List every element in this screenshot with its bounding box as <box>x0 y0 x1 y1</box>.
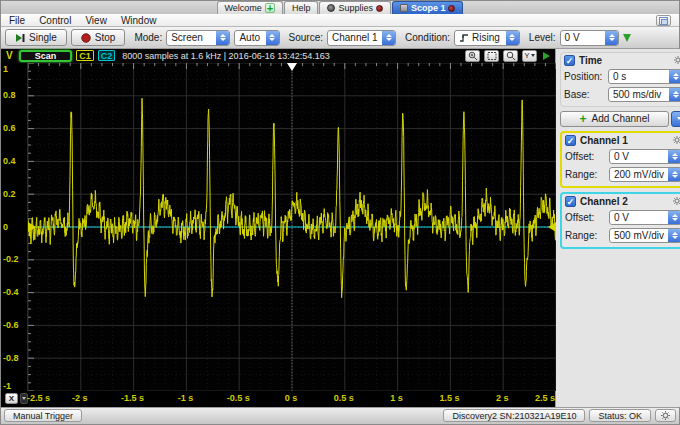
time-checkbox[interactable]: ✓ <box>564 55 575 66</box>
dropdown-arrows-icon <box>669 70 680 83</box>
channel1-offset-select[interactable]: 0 V <box>609 149 680 164</box>
add-channel-button[interactable]: + Add Channel <box>560 111 669 127</box>
zoom-in-icon[interactable] <box>465 50 480 62</box>
menu-view[interactable]: View <box>85 15 107 26</box>
time-settings-gear-icon[interactable] <box>673 55 680 65</box>
scope-display: V Scan C1 C2 8000 samples at 1.6 kHz | 2… <box>1 49 555 407</box>
dropdown-arrows-icon <box>506 31 519 45</box>
channel1-settings-gear-icon[interactable] <box>672 135 680 145</box>
close-tab-icon[interactable] <box>376 5 383 12</box>
status-badge: Status: OK <box>589 409 651 422</box>
dropdown-arrows-icon <box>669 88 680 101</box>
y-axis-labels: 10.80.60.40.20-0.2-0.4-0.6-0.8-1 <box>1 63 27 391</box>
single-label: Single <box>29 32 57 43</box>
add-channel-dropdown[interactable] <box>671 111 680 127</box>
channel1-badge[interactable]: C1 <box>76 50 94 61</box>
channel1-range-label: Range: <box>565 169 609 180</box>
waveforms-window: Welcome + Help Supplies Scope 1 File Con… <box>0 0 680 425</box>
mode-auto-select[interactable]: Auto <box>234 30 279 46</box>
oscilloscope-plot[interactable] <box>28 63 556 391</box>
vertical-axis-button[interactable]: V <box>4 50 15 61</box>
dropdown-arrows-icon <box>266 31 279 45</box>
time-group: ✓ Time Position: 0 s Base: 500 ms/div <box>560 52 680 107</box>
menu-file[interactable]: File <box>9 15 25 26</box>
dropdown-arrows-icon <box>605 31 618 45</box>
close-tab-icon[interactable] <box>448 5 455 12</box>
tab-supplies-label: Supplies <box>338 3 373 13</box>
level-label: Level: <box>529 32 556 43</box>
time-position-select[interactable]: 0 s <box>608 69 680 84</box>
channel1-offset-label: Offset: <box>565 151 609 162</box>
trigger-level-marker[interactable] <box>548 222 556 232</box>
scope-plot-header: V Scan C1 C2 8000 samples at 1.6 kHz | 2… <box>1 49 555 63</box>
fit-window-icon[interactable] <box>484 50 499 62</box>
dropdown-arrows-icon <box>216 31 229 45</box>
single-icon <box>15 33 25 43</box>
dropdown-arrows-icon <box>668 229 680 242</box>
tab-welcome-label: Welcome <box>225 3 262 13</box>
mode-label: Mode: <box>134 32 162 43</box>
time-group-label: Time <box>579 55 602 66</box>
trigger-time-marker[interactable] <box>287 63 297 71</box>
mode-select[interactable]: Screen <box>166 30 230 46</box>
add-channel-row: + Add Channel <box>560 111 680 127</box>
tab-scope1[interactable]: Scope 1 <box>392 1 464 14</box>
level-select[interactable]: 0 V <box>560 30 619 46</box>
tab-bar: Welcome + Help Supplies Scope 1 <box>1 1 679 14</box>
manual-trigger-button[interactable]: Manual Trigger <box>4 409 82 422</box>
add-tab-icon[interactable]: + <box>265 3 275 13</box>
zoom-selection-icon[interactable] <box>503 50 518 62</box>
channel2-offset-select[interactable]: 0 V <box>609 210 680 225</box>
base-label: Base: <box>564 89 608 100</box>
popout-window-icon[interactable] <box>656 15 671 26</box>
source-select[interactable]: Channel 1 <box>327 30 396 46</box>
scan-status-button[interactable]: Scan <box>19 50 73 62</box>
channel2-offset-label: Offset: <box>565 212 609 223</box>
channel2-checkbox[interactable]: ✓ <box>565 196 576 207</box>
acquisition-info: 8000 samples at 1.6 kHz | 2016-06-16 13:… <box>122 51 329 61</box>
condition-select[interactable]: Rising <box>454 30 520 46</box>
y-axis-dropdown[interactable]: Y <box>522 50 537 62</box>
channel2-badge[interactable]: C2 <box>98 50 116 61</box>
chevron-down-icon <box>531 54 535 57</box>
scope-toolbar: Single Stop Mode: Screen Auto Source: Ch… <box>1 27 679 48</box>
source-label: Source: <box>289 32 323 43</box>
stop-icon <box>81 33 91 43</box>
panel-toggle-arrow-icon[interactable] <box>543 52 550 60</box>
status-bar: Manual Trigger Discovery2 SN:210321A19E1… <box>1 407 679 424</box>
stop-label: Stop <box>95 32 116 43</box>
channel2-settings-gear-icon[interactable] <box>672 196 680 206</box>
tab-welcome[interactable]: Welcome + <box>217 1 283 14</box>
horizontal-axis-button[interactable]: X <box>5 393 18 404</box>
x-axis-strip: X -2.5 s-2 s-1.5 s-1 s-0.5 s0 s0.5 s1 s1… <box>1 391 555 407</box>
main-area: V Scan C1 C2 8000 samples at 1.6 kHz | 2… <box>1 49 679 407</box>
stop-button[interactable]: Stop <box>71 29 126 46</box>
channel2-group: ✓ Channel 2 Offset: 0 V Range: 500 mV/di… <box>560 192 680 249</box>
plot-area[interactable] <box>27 63 555 391</box>
tab-help[interactable]: Help <box>284 1 319 14</box>
plot-row: 10.80.60.40.20-0.2-0.4-0.6-0.8-1 <box>1 63 555 391</box>
channel1-checkbox[interactable]: ✓ <box>565 135 576 146</box>
condition-label: Condition: <box>405 32 450 43</box>
right-control-panel: ✓ Time Position: 0 s Base: 500 ms/div <box>555 49 680 407</box>
menu-control[interactable]: Control <box>39 15 71 26</box>
dropdown-arrows-icon <box>668 168 680 181</box>
tab-supplies[interactable]: Supplies <box>319 1 391 14</box>
time-base-select[interactable]: 500 ms/div <box>608 87 680 102</box>
menu-window[interactable]: Window <box>121 15 157 26</box>
tab-scope1-label: Scope 1 <box>411 3 446 13</box>
scope-icon <box>400 4 408 12</box>
green-down-arrow-icon[interactable] <box>623 34 631 42</box>
dropdown-arrows-icon <box>668 211 680 224</box>
channel2-range-label: Range: <box>565 230 609 241</box>
status-gear-icon[interactable] <box>655 409 676 422</box>
rising-edge-icon <box>459 33 469 43</box>
channel1-range-select[interactable]: 200 mV/div <box>609 167 680 182</box>
single-button[interactable]: Single <box>5 29 67 46</box>
device-info-button[interactable]: Discovery2 SN:210321A19E10 <box>443 409 585 422</box>
chevron-down-icon <box>22 397 26 400</box>
dropdown-arrows-icon <box>668 150 680 163</box>
channel2-range-select[interactable]: 500 mV/div <box>609 228 680 243</box>
channel1-group-label: Channel 1 <box>580 135 628 146</box>
dropdown-arrows-icon <box>382 31 395 45</box>
